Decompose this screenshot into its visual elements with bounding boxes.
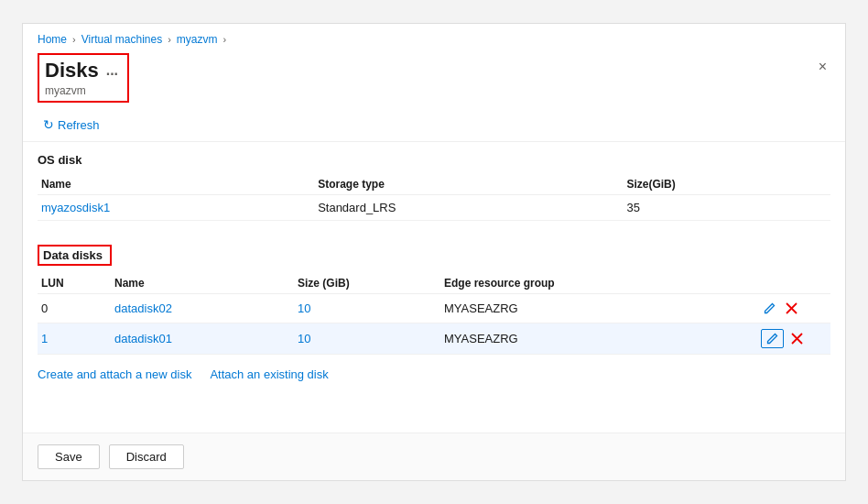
disk-1-rg: MYASEAZRG bbox=[440, 323, 757, 355]
col-actions bbox=[757, 273, 830, 294]
os-disk-size: 35 bbox=[623, 195, 830, 221]
data-disks-section: Data disks LUN Name Size (GiB) Edge reso… bbox=[23, 234, 845, 358]
os-disk-table: Name Storage type Size(GiB) myazosdisk1 … bbox=[38, 174, 830, 221]
vm-name: myazvm bbox=[45, 84, 118, 97]
disk-0-delete-button[interactable] bbox=[784, 301, 799, 316]
col-name: Name bbox=[111, 273, 294, 294]
refresh-icon: ↻ bbox=[43, 117, 54, 132]
close-button[interactable]: × bbox=[815, 55, 830, 79]
data-disks-title: Data disks bbox=[38, 245, 112, 266]
disk-0-lun: 0 bbox=[38, 294, 111, 323]
data-disks-table: LUN Name Size (GiB) Edge resource group … bbox=[38, 273, 830, 355]
disk-1-actions bbox=[757, 323, 830, 355]
create-attach-link[interactable]: Create and attach a new disk bbox=[38, 367, 191, 381]
save-button[interactable]: Save bbox=[38, 444, 100, 469]
ellipsis-menu[interactable]: ... bbox=[106, 62, 118, 79]
os-disk-col-storage: Storage type bbox=[314, 174, 623, 195]
os-disk-section: OS disk Name Storage type Size(GiB) myaz… bbox=[23, 142, 845, 225]
footer: Save Discard bbox=[23, 433, 845, 480]
panel: Home › Virtual machines › myazvm › Disks… bbox=[22, 23, 846, 481]
disk-action-links: Create and attach a new disk Attach an e… bbox=[23, 358, 845, 390]
breadcrumb-home[interactable]: Home bbox=[38, 33, 67, 46]
breadcrumb: Home › Virtual machines › myazvm › bbox=[23, 24, 845, 51]
header-row: Disks ... myazvm × bbox=[23, 51, 845, 108]
disk-0-rg: MYASEAZRG bbox=[440, 294, 757, 323]
disk-1-size: 10 bbox=[294, 323, 440, 355]
breadcrumb-sep-2: › bbox=[168, 34, 171, 45]
os-disk-header-row: Name Storage type Size(GiB) bbox=[38, 174, 830, 195]
edit-icon-1 bbox=[765, 332, 779, 345]
disk-1-name[interactable]: datadisk01 bbox=[111, 323, 294, 355]
edit-icon-0 bbox=[763, 301, 776, 315]
disk-1-edit-button[interactable] bbox=[761, 329, 784, 348]
toolbar: ↻ Refresh bbox=[23, 108, 845, 142]
delete-icon-0 bbox=[786, 302, 797, 314]
data-disk-row-1: 1 datadisk01 10 MYASEAZRG bbox=[38, 323, 830, 355]
data-disks-header-row: LUN Name Size (GiB) Edge resource group bbox=[38, 273, 830, 294]
disk-1-lun: 1 bbox=[38, 323, 111, 355]
refresh-button[interactable]: ↻ Refresh bbox=[38, 114, 105, 136]
os-disk-row: myazosdisk1 Standard_LRS 35 bbox=[38, 195, 830, 221]
data-disk-row-0: 0 datadisk02 10 MYASEAZRG bbox=[38, 294, 830, 323]
disk-1-delete-button[interactable] bbox=[789, 331, 805, 346]
breadcrumb-sep-3: › bbox=[223, 34, 227, 45]
col-lun: LUN bbox=[38, 273, 111, 294]
os-disk-col-name: Name bbox=[38, 174, 314, 195]
breadcrumb-myazvm[interactable]: myazvm bbox=[177, 33, 218, 46]
disk-0-actions bbox=[757, 294, 830, 323]
attach-existing-link[interactable]: Attach an existing disk bbox=[210, 367, 328, 381]
disk-0-name[interactable]: datadisk02 bbox=[111, 294, 294, 323]
os-disk-storage-type: Standard_LRS bbox=[314, 195, 623, 221]
disk-0-size: 10 bbox=[294, 294, 440, 323]
disk-1-action-icons bbox=[761, 329, 823, 348]
breadcrumb-sep-1: › bbox=[72, 34, 76, 45]
page-title: Disks ... bbox=[45, 59, 118, 82]
title-box: Disks ... myazvm bbox=[38, 53, 129, 103]
os-disk-title: OS disk bbox=[38, 153, 830, 167]
disk-0-action-icons bbox=[761, 300, 823, 317]
os-disk-name[interactable]: myazosdisk1 bbox=[38, 195, 314, 221]
breadcrumb-virtual-machines[interactable]: Virtual machines bbox=[81, 33, 163, 46]
discard-button[interactable]: Discard bbox=[109, 444, 184, 469]
os-disk-col-size: Size(GiB) bbox=[623, 174, 830, 195]
disk-0-edit-button[interactable] bbox=[761, 300, 778, 317]
col-size: Size (GiB) bbox=[294, 273, 440, 294]
refresh-label: Refresh bbox=[58, 118, 100, 132]
col-resource-group: Edge resource group bbox=[440, 273, 757, 294]
delete-icon-1 bbox=[791, 333, 803, 345]
